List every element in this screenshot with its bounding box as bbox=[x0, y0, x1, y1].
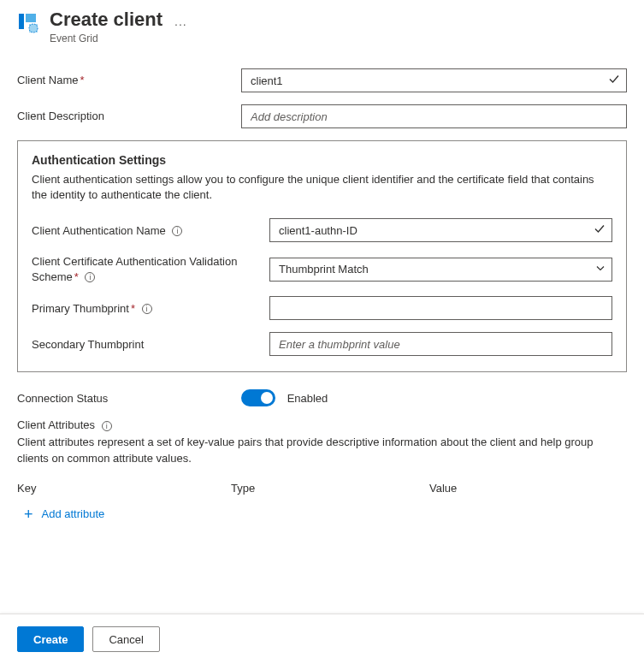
required-asterisk: * bbox=[80, 74, 85, 86]
create-button[interactable]: Create bbox=[17, 626, 84, 652]
plus-icon: + bbox=[24, 507, 33, 522]
auth-name-label: Client Authentication Name i bbox=[32, 223, 269, 239]
validation-scheme-select[interactable] bbox=[269, 258, 612, 282]
add-attribute-button[interactable]: + Add attribute bbox=[17, 507, 627, 522]
info-icon[interactable]: i bbox=[172, 226, 182, 236]
svg-rect-1 bbox=[26, 14, 36, 22]
required-asterisk: * bbox=[131, 302, 135, 315]
primary-thumbprint-label: Primary Thumbprint* i bbox=[32, 301, 269, 317]
connection-status-value: Enabled bbox=[287, 392, 328, 405]
attributes-table-header: Key Type Value bbox=[17, 482, 627, 495]
primary-thumbprint-input[interactable] bbox=[269, 296, 612, 320]
auth-section-description: Client authentication settings allow you… bbox=[32, 172, 612, 203]
auth-name-input[interactable] bbox=[269, 218, 612, 242]
svg-rect-0 bbox=[19, 14, 24, 29]
column-header-type: Type bbox=[231, 482, 429, 495]
required-asterisk: * bbox=[74, 270, 79, 283]
connection-status-label: Connection Status bbox=[17, 391, 241, 406]
authentication-settings-section: Authentication Settings Client authentic… bbox=[17, 140, 627, 372]
secondary-thumbprint-label: Secondary Thumbprint bbox=[32, 337, 269, 353]
page-subtitle: Event Grid bbox=[50, 33, 162, 44]
client-description-label: Client Description bbox=[17, 109, 241, 124]
secondary-thumbprint-input[interactable] bbox=[269, 332, 612, 356]
client-attributes-label: Client Attributes i bbox=[17, 418, 112, 431]
page-title: Create client bbox=[50, 9, 162, 31]
column-header-value: Value bbox=[429, 482, 627, 495]
info-icon[interactable]: i bbox=[142, 304, 152, 314]
panel-header: Create client Event Grid ··· bbox=[0, 0, 644, 44]
info-icon[interactable]: i bbox=[102, 421, 112, 431]
more-actions-button[interactable]: ··· bbox=[174, 17, 187, 31]
client-description-input[interactable] bbox=[241, 104, 627, 128]
event-grid-resource-icon bbox=[17, 12, 39, 34]
client-attributes-description: Client attributes represent a set of key… bbox=[17, 435, 627, 465]
cancel-button[interactable]: Cancel bbox=[92, 626, 159, 652]
validation-scheme-label: Client Certificate Authentication Valida… bbox=[32, 254, 269, 284]
info-icon[interactable]: i bbox=[85, 272, 95, 282]
connection-status-toggle[interactable] bbox=[241, 389, 275, 406]
client-name-input[interactable] bbox=[241, 68, 627, 92]
footer-bar: Create Cancel bbox=[0, 614, 644, 664]
column-header-key: Key bbox=[17, 482, 231, 495]
auth-section-title: Authentication Settings bbox=[32, 153, 612, 167]
client-name-label: Client Name* bbox=[17, 73, 241, 88]
add-attribute-label: Add attribute bbox=[42, 507, 105, 520]
